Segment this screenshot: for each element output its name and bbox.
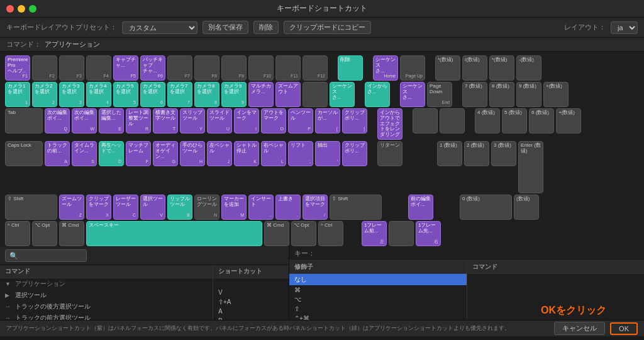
key-cmd-r[interactable]: ⌘ Cmd bbox=[264, 221, 289, 246]
key-num0[interactable]: 0 (数値) bbox=[460, 195, 512, 220]
cmd-item-select[interactable]: ▶ 選択ツール bbox=[0, 290, 213, 301]
mod-ctrl-cmd[interactable]: ⌃+⌘ bbox=[289, 314, 467, 320]
mod-opt[interactable]: ⌥ bbox=[289, 295, 467, 304]
key-ins[interactable]: インからさ... bbox=[365, 82, 390, 107]
key-num-star2[interactable]: *(数値) bbox=[489, 55, 514, 81]
key-num-plus2[interactable]: +(数値) bbox=[556, 108, 581, 133]
cancel-button[interactable]: キャンセル bbox=[554, 322, 605, 335]
key-num-slash[interactable]: /(数値) bbox=[462, 55, 487, 81]
key-rshift[interactable]: ⇧ Shift bbox=[330, 195, 382, 220]
key-f6[interactable]: バッチキャプチャ...F6 bbox=[140, 55, 165, 81]
key-num-star[interactable]: *(数値) bbox=[435, 55, 460, 81]
key-y[interactable]: スリップツールY bbox=[180, 108, 205, 133]
key-v[interactable]: 選択ツールV bbox=[140, 195, 165, 220]
key-slash[interactable]: 選択項目をマーク/ bbox=[303, 195, 328, 220]
key-backtick[interactable]: カメラ1を選択1 bbox=[5, 82, 30, 107]
key-f5[interactable]: キャプチャ...F5 bbox=[113, 55, 138, 81]
key-pagedown[interactable]: PageDownEnd bbox=[427, 82, 452, 107]
key-u[interactable]: スライドツールU bbox=[207, 108, 232, 133]
key-p[interactable]: ペンツールP bbox=[288, 108, 313, 133]
key-k[interactable]: シャトル停止K bbox=[234, 141, 259, 166]
key-arrow-left[interactable]: 1フレーム前...左 bbox=[362, 221, 387, 246]
key-r[interactable]: レート調整繁ツールR bbox=[126, 108, 151, 133]
key-numdot[interactable]: (数値) bbox=[514, 195, 539, 220]
key-home[interactable]: シーケンスさ...Home bbox=[373, 55, 398, 81]
key-enter-area[interactable]: クリップポリ... bbox=[342, 141, 367, 166]
preset-select[interactable]: カスタム bbox=[122, 21, 197, 34]
key-c[interactable]: レーザーツールC bbox=[113, 195, 138, 220]
key-arrow-right-top[interactable] bbox=[440, 108, 465, 133]
key-t[interactable]: 横書き文字ツールT bbox=[153, 108, 178, 133]
key-b[interactable]: リップルツールB bbox=[167, 195, 192, 220]
key-num8[interactable]: 8 (数値) bbox=[489, 82, 514, 107]
mod-shift[interactable]: ⇧ bbox=[289, 304, 467, 314]
maximize-button[interactable] bbox=[29, 5, 36, 13]
key-w[interactable]: 次の編集ポイ...W bbox=[72, 108, 97, 133]
key-num-minus[interactable]: -(数値) bbox=[516, 55, 541, 81]
key-f12[interactable]: F12 bbox=[303, 55, 328, 81]
key-9[interactable]: マルチカメラ... bbox=[248, 82, 274, 107]
key-f4[interactable]: F4 bbox=[86, 55, 111, 81]
key-f10[interactable]: F10 bbox=[248, 55, 274, 81]
key-3[interactable]: カメラ4を選択4 bbox=[86, 82, 111, 107]
key-arrow-right[interactable]: 1フレーム先...右 bbox=[416, 221, 441, 246]
key-opt-r[interactable]: ⌥ Opt bbox=[291, 221, 316, 246]
key-f11[interactable]: F11 bbox=[275, 55, 301, 81]
delete-button[interactable]: 削除 bbox=[253, 21, 279, 34]
key-comma[interactable]: インサート, bbox=[248, 195, 274, 220]
key-n[interactable]: ローリングツールN bbox=[194, 195, 219, 220]
key-s[interactable]: タイムライン...S bbox=[72, 141, 97, 166]
key-lbracket[interactable]: カーソルが...[ bbox=[315, 108, 340, 133]
key-f[interactable]: マッチフレームF bbox=[126, 141, 151, 166]
key-num5[interactable]: 5 (数値) bbox=[502, 108, 527, 133]
key-numenter[interactable]: Enter (数値) bbox=[518, 141, 543, 193]
key-0[interactable]: ズームアウト bbox=[275, 82, 301, 107]
key-pageup[interactable]: Page Up bbox=[400, 55, 425, 81]
key-a[interactable]: トラックの前...A bbox=[45, 141, 70, 166]
key-num2[interactable]: 2 (数値) bbox=[464, 141, 489, 166]
key-x[interactable]: クリップをマークX bbox=[86, 195, 111, 220]
key-j[interactable]: 左ペシャルJ bbox=[207, 141, 232, 166]
mod-none[interactable]: なし bbox=[289, 274, 467, 285]
key-f1[interactable]: Premiere Proヘルプ..F1 bbox=[5, 55, 30, 81]
key-1[interactable]: カメラ2を選択2 bbox=[32, 82, 57, 107]
minimize-button[interactable] bbox=[18, 5, 25, 13]
key-f3[interactable]: F3 bbox=[59, 55, 84, 81]
key-space[interactable]: スペースキー bbox=[86, 221, 262, 246]
key-l[interactable]: 右ペシャルL bbox=[261, 141, 286, 166]
copy-clipboard-button[interactable]: クリップボードにコピー bbox=[284, 21, 371, 34]
key-7[interactable]: カメラ8を選択8 bbox=[194, 82, 219, 107]
key-ctrl-l[interactable]: ^ Ctrl bbox=[5, 221, 30, 246]
key-semi[interactable]: リフト; bbox=[288, 141, 313, 166]
key-rbracket[interactable]: クリップポリ...] bbox=[342, 108, 367, 133]
key-m[interactable]: マーカーを追加M bbox=[221, 195, 247, 220]
shortcut-scroll[interactable]: V ⇧+A A B N R C Y bbox=[213, 278, 289, 320]
key-o[interactable]: アウトをマークO bbox=[261, 108, 286, 133]
key-f9[interactable]: F9 bbox=[221, 55, 247, 81]
key-prev-edit[interactable]: 前の編集ポイ... bbox=[408, 195, 433, 220]
key-del2[interactable]: インからアウトでエフェクトをレンダリング bbox=[377, 108, 402, 140]
key-dot[interactable]: 上書き. bbox=[275, 195, 301, 220]
key-equals[interactable]: シーケンスさ... bbox=[330, 82, 355, 107]
ok-button[interactable]: OK bbox=[610, 322, 638, 335]
key-lshift[interactable]: ⇧ Shift bbox=[5, 195, 57, 220]
key-return-indicator[interactable]: リターン bbox=[377, 141, 402, 166]
key-2[interactable]: カメラ3を選択3 bbox=[59, 82, 84, 107]
key-apos[interactable]: 抽出' bbox=[315, 141, 340, 166]
search-input[interactable] bbox=[5, 249, 87, 262]
key-num7[interactable]: 7 (数値) bbox=[462, 82, 487, 107]
key-opt-l[interactable]: ⌥ Opt bbox=[32, 221, 57, 246]
key-num4[interactable]: 4 (数値) bbox=[475, 108, 500, 133]
key-q[interactable]: 次の編集ポイ...Q bbox=[45, 108, 70, 133]
key-end[interactable]: シーケンスさ... bbox=[400, 82, 425, 107]
key-h[interactable]: 手のひらツールH bbox=[180, 141, 205, 166]
mod-cmd[interactable]: ⌘ bbox=[289, 285, 467, 295]
key-f2[interactable]: F2 bbox=[32, 55, 57, 81]
key-6[interactable]: カメラ7を選択7 bbox=[167, 82, 192, 107]
key-num-plus[interactable]: +(数値) bbox=[543, 82, 569, 107]
key-arrow-left-top[interactable] bbox=[413, 108, 438, 133]
key-4[interactable]: カメラ5を選択5 bbox=[113, 82, 138, 107]
save-as-button[interactable]: 別名で保存 bbox=[203, 21, 248, 34]
cmd-item-track-back[interactable]: ↔ トラックの後方選択ツール bbox=[0, 301, 213, 312]
key-g[interactable]: オーディオゲイン...G bbox=[153, 141, 178, 166]
